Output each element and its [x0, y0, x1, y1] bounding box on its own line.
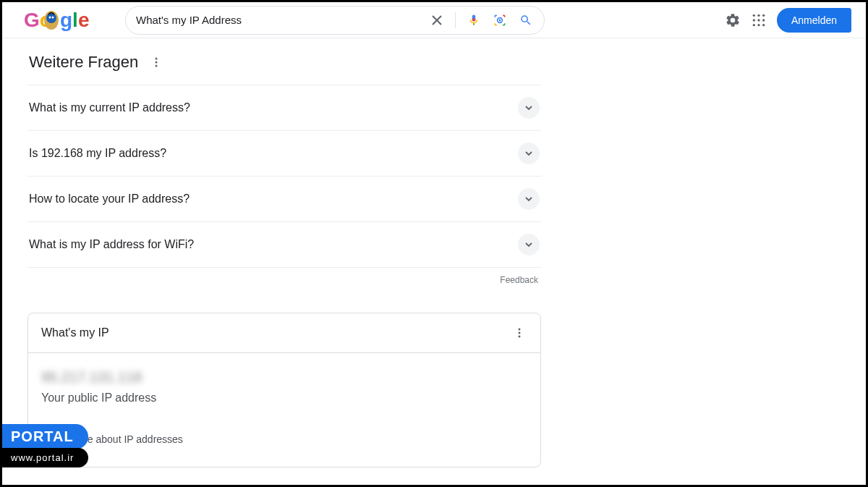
watermark: PORTAL www.portal.ir: [2, 424, 88, 467]
faq-text: What is my current IP address?: [29, 101, 190, 114]
svg-point-11: [753, 19, 755, 21]
svg-point-17: [156, 58, 158, 60]
svg-point-8: [753, 14, 755, 16]
ip-address-value: 95.217.131.118: [41, 369, 527, 386]
apps-icon[interactable]: [751, 12, 767, 28]
voice-search-icon[interactable]: [466, 12, 482, 28]
faq-item[interactable]: How to locate your IP address?: [27, 177, 541, 222]
svg-point-12: [757, 19, 760, 21]
header: Go gle: [2, 2, 866, 38]
svg-point-14: [753, 24, 755, 26]
ip-card-body: 95.217.131.118 Your public IP address Le…: [28, 353, 540, 467]
settings-icon[interactable]: [725, 12, 741, 28]
search-box[interactable]: [125, 6, 545, 35]
chevron-down-icon[interactable]: [518, 97, 540, 119]
svg-point-4: [52, 16, 54, 18]
faq-item[interactable]: Is 192.168 my IP address?: [27, 131, 541, 177]
search-input[interactable]: [136, 14, 429, 26]
header-actions: Anmelden: [725, 8, 851, 33]
svg-point-16: [762, 24, 765, 26]
learn-more-link[interactable]: Learn more about IP addresses: [41, 433, 527, 445]
search-icon[interactable]: [518, 12, 534, 28]
svg-point-9: [757, 14, 760, 16]
svg-point-21: [519, 332, 521, 334]
svg-point-15: [757, 24, 760, 26]
svg-point-10: [762, 14, 765, 16]
svg-point-22: [519, 336, 521, 338]
related-questions-header: Weitere Fragen: [27, 53, 541, 72]
divider: [455, 12, 456, 28]
ip-address-label: Your public IP address: [41, 391, 527, 405]
chevron-down-icon[interactable]: [518, 143, 540, 164]
card-menu-icon[interactable]: [511, 325, 527, 341]
chevron-down-icon[interactable]: [518, 188, 540, 210]
svg-point-18: [156, 62, 158, 64]
chevron-down-icon[interactable]: [518, 234, 540, 255]
ip-card-header: What's my IP: [28, 313, 540, 353]
ip-card-title: What's my IP: [41, 326, 109, 339]
svg-point-2: [46, 13, 56, 23]
svg-point-13: [762, 19, 765, 21]
watermark-url: www.portal.ir: [2, 448, 88, 467]
faq-text: Is 192.168 my IP address?: [29, 147, 166, 160]
google-logo[interactable]: Go gle: [24, 8, 96, 33]
more-options-icon[interactable]: [148, 54, 164, 70]
faq-text: How to locate your IP address?: [29, 192, 190, 206]
lens-icon[interactable]: [492, 12, 508, 28]
watermark-brand: PORTAL: [2, 424, 88, 449]
clear-icon[interactable]: [429, 12, 445, 28]
svg-point-20: [519, 329, 521, 331]
related-questions-list: What is my current IP address? Is 192.16…: [27, 85, 541, 268]
ip-answer-card: What's my IP 95.217.131.118 Your public …: [27, 313, 541, 467]
signin-button[interactable]: Anmelden: [777, 8, 851, 33]
faq-item[interactable]: What is my IP address for WiFi?: [27, 222, 541, 268]
faq-text: What is my IP address for WiFi?: [29, 238, 194, 251]
main-content: Weitere Fragen What is my current IP add…: [2, 38, 541, 467]
svg-point-7: [499, 19, 501, 21]
faq-item[interactable]: What is my current IP address?: [27, 85, 541, 131]
svg-point-19: [156, 65, 158, 67]
related-questions-title: Weitere Fragen: [29, 53, 138, 72]
feedback-link[interactable]: Feedback: [27, 275, 541, 285]
svg-text:gle: gle: [60, 9, 89, 31]
svg-point-3: [49, 16, 51, 18]
